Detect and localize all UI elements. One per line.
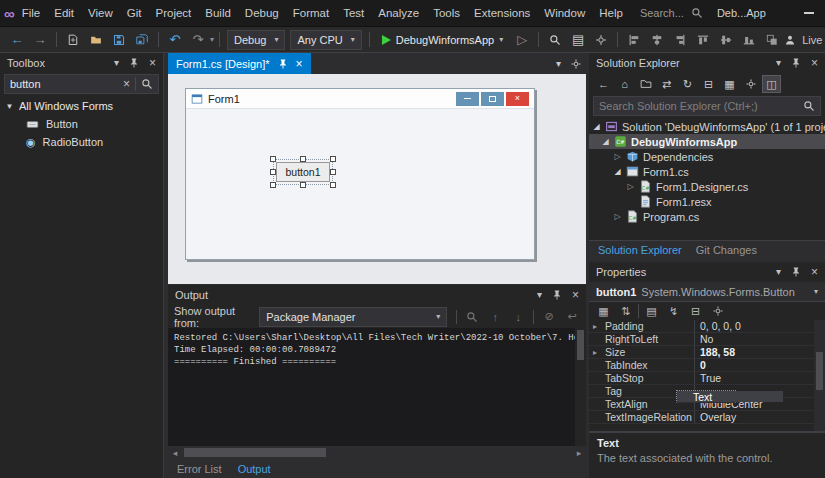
resize-handle-bottom-right[interactable] (330, 182, 336, 188)
designer-canvas[interactable]: Form1 × button1 (168, 74, 586, 284)
collapsed-icon[interactable]: ▷ (626, 182, 635, 191)
tree-item-project[interactable]: ◢ C# DebugWinformsApp (589, 134, 825, 149)
menu-extensions[interactable]: Extensions (467, 4, 537, 22)
collapse-all-icon[interactable]: ⊟ (699, 75, 718, 93)
menu-window[interactable]: Window (537, 4, 592, 22)
start-without-debugging-icon[interactable]: ▷ (511, 30, 533, 50)
close-tab-icon[interactable]: × (296, 58, 303, 70)
navigate-back-icon[interactable]: ← (6, 30, 28, 50)
button1-control[interactable]: button1 (276, 162, 330, 182)
properties-view-icon[interactable]: ▤ (642, 302, 661, 320)
property-row-padding[interactable]: ▸Padding 0, 0, 0, 0 (589, 320, 825, 333)
object-selector-dropdown[interactable]: button1 System.Windows.Forms.Button ▾ (589, 282, 825, 302)
menu-project[interactable]: Project (148, 4, 198, 22)
toolbox-search[interactable]: × (4, 74, 159, 94)
save-icon[interactable] (108, 30, 130, 50)
solution-explorer-toolbar-icon[interactable]: ▤ (567, 30, 589, 50)
toolbox-item-button[interactable]: Button (0, 115, 163, 133)
solution-explorer-search-input[interactable] (599, 100, 798, 112)
window-menu-icon[interactable]: ▾ (776, 58, 781, 68)
solution-configuration-dropdown[interactable]: Debug ▾ (227, 30, 285, 50)
open-file-icon[interactable] (85, 30, 107, 50)
toolbox-search-input[interactable] (10, 78, 118, 90)
home-icon[interactable]: ⌂ (615, 75, 634, 93)
navigate-forward-icon[interactable]: → (29, 30, 51, 50)
menu-file[interactable]: File (15, 4, 48, 22)
output-horizontal-scrollbar[interactable]: ◂ ▸ (168, 446, 586, 459)
scroll-right-icon[interactable]: ▸ (572, 448, 586, 458)
resize-handle-top-right[interactable] (330, 156, 336, 162)
toolbox-header[interactable]: Toolbox ▾ × (0, 53, 163, 73)
minimize-button[interactable] (792, 0, 825, 26)
output-vertical-scrollbar[interactable] (575, 328, 586, 446)
window-menu-icon[interactable]: ▾ (114, 58, 119, 68)
redo-dropdown-icon[interactable]: ▾ (210, 36, 214, 44)
tree-item-form1-cs[interactable]: ◢ Form1.cs (589, 164, 825, 179)
messages-icon[interactable]: ⊟ (686, 302, 705, 320)
property-row-tabindex[interactable]: TabIndex 0 (589, 359, 825, 372)
tab-error-list[interactable]: Error List (177, 463, 222, 475)
global-search[interactable]: Search... (630, 7, 713, 19)
property-value[interactable]: No (695, 333, 825, 345)
refresh-icon[interactable]: ↻ (678, 75, 697, 93)
tab-output[interactable]: Output (238, 463, 271, 475)
tree-item-form1-resx[interactable]: Form1.resx (589, 194, 825, 209)
resize-handle-right[interactable] (330, 169, 336, 175)
align-centers-icon[interactable] (646, 30, 668, 50)
scrollbar-thumb[interactable] (184, 448, 326, 457)
back-icon[interactable]: ← (594, 75, 613, 93)
pin-icon[interactable] (790, 57, 802, 69)
events-icon[interactable]: ↯ (664, 302, 683, 320)
expanded-icon[interactable]: ◢ (592, 122, 601, 131)
switch-views-icon[interactable] (636, 75, 655, 93)
resize-handle-bottom-left[interactable] (270, 182, 276, 188)
selected-control-bounds[interactable]: button1 (273, 159, 333, 185)
tab-form1-design[interactable]: Form1.cs [Design]* × (168, 53, 311, 74)
tree-item-form1-designer-cs[interactable]: ▷ C# Form1.Designer.cs (589, 179, 825, 194)
close-icon[interactable]: × (149, 57, 156, 69)
menu-debug[interactable]: Debug (238, 4, 286, 22)
align-middles-icon[interactable] (715, 30, 737, 50)
menu-edit[interactable]: Edit (47, 4, 81, 22)
tree-item-solution[interactable]: ◢ Solution 'DebugWinformsApp' (1 of 1 pr… (589, 119, 825, 134)
pin-icon[interactable] (790, 266, 802, 278)
close-icon[interactable]: × (572, 289, 579, 301)
menu-test[interactable]: Test (336, 4, 371, 22)
expanded-icon[interactable]: ◢ (601, 137, 610, 146)
toolbox-group-all-windows-forms[interactable]: ▼ All Windows Forms (0, 97, 163, 115)
property-value[interactable]: 0, 0, 0, 0 (695, 320, 825, 332)
pin-icon[interactable] (277, 58, 289, 70)
active-files-dropdown-icon[interactable]: ▾ (556, 59, 561, 69)
save-all-icon[interactable] (131, 30, 153, 50)
output-source-dropdown[interactable]: Package Manager ▾ (259, 307, 447, 327)
window-menu-icon[interactable]: ▾ (776, 267, 781, 277)
menu-format[interactable]: Format (286, 4, 336, 22)
menu-help[interactable]: Help (592, 4, 630, 22)
clear-all-icon[interactable]: ⊘ (541, 310, 557, 323)
align-tops-icon[interactable] (692, 30, 714, 50)
toolbox-item-radiobutton[interactable]: ◉ RadioButton (0, 133, 163, 151)
word-wrap-icon[interactable]: ↩ (564, 310, 580, 323)
properties-header[interactable]: Properties ▾ × (589, 262, 825, 282)
window-menu-icon[interactable]: ▾ (537, 290, 542, 300)
solution-platform-dropdown[interactable]: Any CPU ▾ (290, 30, 361, 50)
preview-selected-items-toggle[interactable]: ◫ (762, 75, 781, 93)
make-same-size-icon[interactable] (761, 30, 783, 50)
expanded-icon[interactable]: ▼ (5, 102, 14, 111)
window-options-icon[interactable] (570, 58, 582, 70)
property-value[interactable]: 188, 58 (695, 346, 825, 358)
alphabetical-icon[interactable]: ⇅ (616, 302, 635, 320)
find-message-icon[interactable] (464, 311, 480, 323)
solution-explorer-header[interactable]: Solution Explorer ▾ × (589, 53, 825, 73)
properties-window-icon[interactable] (590, 30, 612, 50)
menu-analyze[interactable]: Analyze (371, 4, 426, 22)
output-log[interactable]: Restored C:\Users\Sharl\Desktop\All File… (168, 328, 586, 446)
resize-handle-left[interactable] (270, 169, 276, 175)
resize-handle-top[interactable] (300, 156, 306, 162)
solution-explorer-search[interactable] (593, 96, 821, 116)
align-lefts-icon[interactable] (623, 30, 645, 50)
output-header[interactable]: Output ▾ × (168, 285, 586, 305)
properties-gear-icon[interactable] (741, 75, 760, 93)
property-value[interactable]: True (695, 372, 825, 384)
menu-tools[interactable]: Tools (426, 4, 467, 22)
